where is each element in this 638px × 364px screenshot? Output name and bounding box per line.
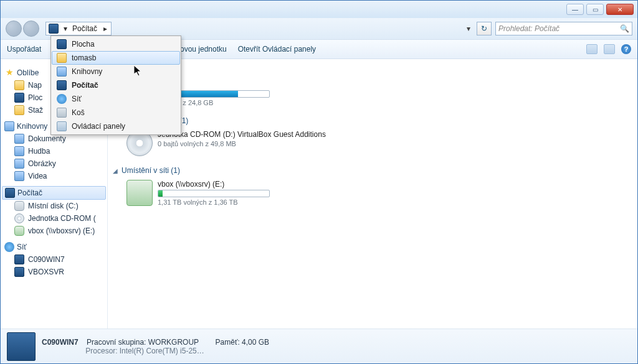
help-icon[interactable]: ? <box>621 44 631 54</box>
music-icon <box>14 146 24 156</box>
lib-icon <box>57 67 67 77</box>
sidebar-item[interactable]: Videa <box>2 170 106 182</box>
desktop-icon <box>14 93 24 103</box>
drive-label: Jednotka CD-ROM (D:) VirtualBox Guest Ad… <box>158 130 326 139</box>
computer-icon <box>5 188 15 198</box>
content-pane: ◢ disků (1) C:) volných z 24,8 GB ◢ teln… <box>108 59 637 329</box>
breadcrumb-root[interactable]: Počítač <box>70 24 100 33</box>
forward-button[interactable] <box>23 21 39 37</box>
drive-label: vbox (\\vboxsrv) (E:) <box>158 180 270 189</box>
dropdown-item-label: Síť <box>72 95 82 103</box>
title-bar: — ▭ ✕ <box>1 1 637 18</box>
computer-icon <box>7 332 36 361</box>
dropdown-item[interactable]: Knihovny <box>52 65 180 78</box>
collapse-icon[interactable]: ◢ <box>113 167 118 174</box>
usage-bar <box>158 190 270 197</box>
dropdown-item-label: Počítač <box>72 81 98 90</box>
monitor-icon <box>57 80 67 90</box>
libraries-icon <box>4 121 14 131</box>
bin-icon <box>57 108 67 118</box>
address-history-arrow[interactable]: ▾ <box>464 24 473 33</box>
network-drive-icon <box>14 226 24 236</box>
drive-freespace: 1,31 TB volných z 1,36 TB <box>158 198 270 206</box>
network-icon <box>4 242 14 252</box>
category-hard-disks[interactable]: ◢ disků (1) <box>113 67 632 75</box>
drive-freespace: 0 bajtů volných z 49,8 MB <box>158 140 326 147</box>
sidebar-item[interactable]: Hudba <box>2 145 106 157</box>
category-removable[interactable]: ◢ telným úložištěm (1) <box>113 116 632 125</box>
sidebar-item[interactable]: vbox (\\vboxsrv) (E:) <box>2 225 106 237</box>
dropdown-item-label: tomasb <box>72 54 96 62</box>
drive-icon <box>14 201 24 211</box>
category-network-locations[interactable]: ◢ Umístění v síti (1) <box>113 166 632 175</box>
dropdown-item[interactable]: Plocha <box>52 37 180 51</box>
open-control-panel-link[interactable]: Otevřít Ovládací panely <box>238 45 316 54</box>
details-memory: 4,00 GB <box>242 338 269 347</box>
breadcrumb-bar[interactable]: ▾ Počítač ▸ <box>45 22 112 35</box>
refresh-button[interactable]: ↻ <box>477 22 492 35</box>
details-pane: C090WIN7 Pracovní skupina: WORKGROUP Pam… <box>1 329 637 363</box>
dropdown-item-label: Koš <box>72 108 85 117</box>
dropdown-item-label: Ovládací panely <box>72 122 125 131</box>
dropdown-item[interactable]: Síť <box>52 92 180 106</box>
search-placeholder: Prohledat: Počítač <box>498 24 559 33</box>
dropdown-item[interactable]: Ovládací panely <box>52 119 180 133</box>
cdrom-icon <box>14 213 24 223</box>
details-workgroup-label: Pracovní skupina: <box>87 338 146 347</box>
minimize-button[interactable]: — <box>566 4 584 15</box>
folder-icon <box>14 105 24 115</box>
drive-item-network[interactable]: vbox (\\vboxsrv) (E:) 1,31 TB volných z … <box>113 177 632 212</box>
pictures-icon <box>14 159 24 169</box>
details-workgroup: WORKGROUP <box>148 338 199 347</box>
explorer-window: — ▭ ✕ ▾ Počítač ▸ ▾ ↻ Prohledat: Počítač… <box>0 0 638 364</box>
search-icon[interactable]: 🔍 <box>620 24 629 33</box>
dropdown-item[interactable]: tomasb <box>52 51 180 65</box>
network-drive-icon <box>126 180 153 206</box>
drive-item-c[interactable]: C:) volných z 24,8 GB <box>113 78 632 113</box>
search-box[interactable]: Prohledat: Počítač 🔍 <box>495 22 632 35</box>
sidebar-computer-head[interactable]: Počítač <box>2 186 106 200</box>
organize-menu[interactable]: Uspořádat <box>7 45 41 54</box>
sidebar-item[interactable]: Obrázky <box>2 157 106 170</box>
details-cpu: Intel(R) Core(TM) i5-25… <box>120 347 204 355</box>
sidebar-item[interactable]: C090WIN7 <box>2 253 106 266</box>
dropdown-item[interactable]: Koš <box>52 106 180 119</box>
sidebar-item[interactable]: VBOXSVR <box>2 266 106 278</box>
details-memory-label: Paměť: <box>216 338 240 347</box>
videos-icon <box>14 171 24 181</box>
breadcrumb-arrow-icon[interactable]: ▸ <box>100 24 111 33</box>
computer-icon <box>14 267 24 277</box>
breadcrumb-dropdown-arrow[interactable]: ▾ <box>61 24 70 33</box>
computer-icon <box>14 254 24 264</box>
favorites-icon: ★ <box>4 68 14 78</box>
folder-icon <box>57 53 67 63</box>
sidebar-item[interactable]: Jednotka CD-ROM ( <box>2 212 106 225</box>
sidebar-network-head[interactable]: Síť <box>2 241 106 253</box>
back-button[interactable] <box>6 21 22 37</box>
dropdown-item[interactable]: Počítač <box>52 78 180 92</box>
monitor-icon <box>57 39 67 49</box>
nav-back-forward <box>6 21 42 37</box>
view-options-button[interactable] <box>586 44 598 54</box>
net-icon <box>57 94 67 104</box>
documents-icon <box>14 134 24 144</box>
details-name: C090WIN7 <box>42 338 79 347</box>
dropdown-item-label: Knihovny <box>72 67 102 76</box>
close-button[interactable]: ✕ <box>606 4 634 15</box>
dropdown-item-label: Plocha <box>72 40 95 49</box>
computer-icon <box>49 24 59 34</box>
drive-item-cdrom[interactable]: Jednotka CD-ROM (D:) VirtualBox Guest Ad… <box>113 128 632 162</box>
cpl-icon <box>57 121 67 131</box>
details-cpu-label: Procesor: <box>85 347 117 355</box>
maximize-button[interactable]: ▭ <box>586 4 604 15</box>
preview-pane-button[interactable] <box>604 44 615 54</box>
folder-icon <box>14 80 24 90</box>
breadcrumb-dropdown[interactable]: PlochatomasbKnihovnyPočítačSíťKošOvládac… <box>50 35 181 135</box>
sidebar-item[interactable]: Místní disk (C:) <box>2 200 106 212</box>
